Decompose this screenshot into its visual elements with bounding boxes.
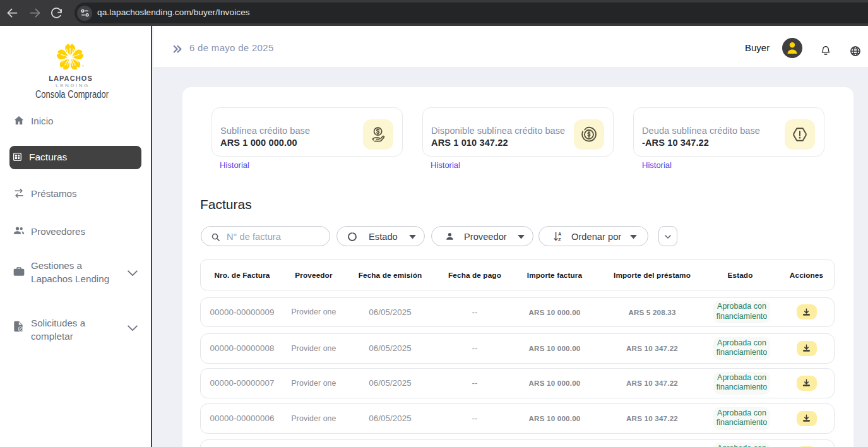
svg-text:Z: Z (558, 237, 561, 242)
svg-text:®: ® (81, 64, 84, 68)
